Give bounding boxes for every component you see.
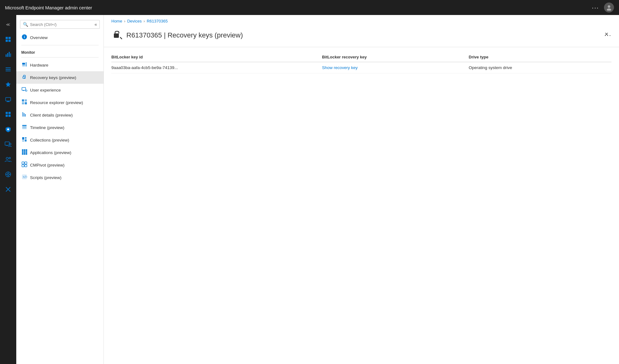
cell-recovery-key: Show recovery key [322,62,469,73]
svg-point-25 [6,157,8,160]
sidebar-item-hardware[interactable]: Hardware [16,59,104,71]
svg-rect-48 [22,102,24,104]
top-bar-more-button[interactable]: ··· [592,4,599,11]
svg-rect-3 [8,37,11,39]
cell-key-id: 9aaa03ba-aafa-4cb5-be9a-74139... [111,62,322,73]
svg-rect-50 [23,112,23,117]
page-title: R61370365 | Recovery keys (preview) [126,31,601,39]
svg-rect-61 [24,149,25,151]
svg-rect-12 [6,71,11,71]
svg-point-1 [607,8,611,11]
breadcrumb-sep-2: › [144,19,145,23]
sidebar-section-monitor: Monitor [16,47,104,56]
sidebar-item-timeline[interactable]: Timeline (preview) [16,121,104,134]
sidebar-item-user-experience[interactable]: User experience [16,84,104,96]
svg-point-26 [9,157,11,159]
recovery-keys-icon [21,74,28,81]
main-layout: ≪ [0,15,619,364]
svg-rect-72 [25,165,27,167]
rail-reports[interactable] [1,47,15,61]
svg-rect-59 [25,139,27,142]
sidebar-item-applications[interactable]: Applications (preview) [16,146,104,159]
svg-rect-75 [114,33,119,38]
cell-drive-type: Operating system drive [469,62,611,73]
sidebar-divider [21,45,99,45]
close-button[interactable]: × [601,29,611,39]
svg-rect-10 [6,67,11,68]
rail-apps[interactable] [1,107,15,121]
table-area: BitLocker key id BitLocker recovery key … [104,47,619,78]
breadcrumb-device-id[interactable]: R61370365 [147,19,168,23]
rail-devices[interactable] [1,92,15,106]
sidebar-item-overview-label: Overview [30,35,48,40]
svg-rect-19 [6,115,8,117]
svg-rect-49 [25,102,27,104]
collections-icon [21,137,28,143]
svg-rect-54 [22,127,27,127]
svg-rect-64 [24,151,25,153]
user-avatar[interactable] [604,2,614,12]
svg-rect-55 [22,128,27,129]
sidebar-item-overview[interactable]: i Overview [16,31,104,44]
sidebar-item-scripts[interactable]: </> Scripts (preview) [16,171,104,184]
svg-rect-7 [7,53,8,57]
sidebar-item-applications-label: Applications (preview) [30,150,71,155]
app-title: Microsoft Endpoint Manager admin center [5,5,92,10]
sidebar-item-collections[interactable]: Collections (preview) [16,134,104,146]
sidebar-item-recovery-keys[interactable]: Recovery keys (preview) [16,71,104,84]
svg-rect-51 [24,113,24,117]
client-details-icon [21,112,28,118]
scripts-icon: </> [21,174,28,181]
svg-rect-17 [6,112,8,114]
sidebar-monitor-divider [21,57,99,57]
sidebar-item-cmpivot[interactable]: CMPivot (preview) [16,159,104,171]
sidebar-item-resource-explorer-label: Resource explorer (preview) [30,100,83,105]
sidebar-item-resource-explorer[interactable]: Resource explorer (preview) [16,96,104,109]
top-bar: Microsoft Endpoint Manager admin center … [0,0,619,15]
svg-rect-68 [26,153,27,155]
svg-text:</>: </> [23,175,27,178]
rail-monitor-user[interactable] [1,137,15,151]
svg-rect-71 [22,165,24,167]
content-area: 🔍 « i Overview Monitor [16,15,619,364]
breadcrumb-devices[interactable]: Devices [127,19,142,23]
rail-favorites[interactable] [1,77,15,91]
sidebar-item-cmpivot-label: CMPivot (preview) [30,163,64,167]
search-box[interactable]: 🔍 « [20,20,100,29]
svg-rect-46 [22,99,24,102]
hardware-icon [21,62,28,68]
sidebar-item-user-experience-label: User experience [30,88,61,92]
svg-rect-52 [25,114,26,117]
svg-rect-60 [22,149,23,151]
breadcrumb: Home › Devices › R61370365 [104,15,619,26]
rail-list[interactable] [1,62,15,76]
svg-rect-6 [6,54,7,57]
cmpivot-icon [21,162,28,168]
collapse-sidebar-button[interactable]: « [94,22,97,27]
rail-groups[interactable] [1,152,15,166]
sidebar-item-client-details[interactable]: Client details (preview) [16,109,104,121]
svg-rect-67 [24,153,25,155]
svg-rect-14 [6,97,11,101]
svg-rect-40 [23,77,25,78]
rail-dashboard[interactable] [1,32,15,46]
svg-rect-20 [8,115,11,117]
sidebar-navigation: i Overview Monitor [16,31,104,364]
sidebar: 🔍 « i Overview Monitor [16,15,104,364]
breadcrumb-home[interactable]: Home [111,19,122,23]
svg-rect-70 [25,162,27,164]
info-icon: i [21,34,28,41]
rail-tenant-admin[interactable] [1,167,15,181]
rail-collapse[interactable]: ≪ [1,17,15,31]
svg-marker-13 [6,82,11,87]
search-icon: 🔍 [23,22,28,27]
timeline-icon [21,124,28,131]
show-recovery-key-button[interactable]: Show recovery key [322,65,358,70]
recovery-keys-table: BitLocker key id BitLocker recovery key … [111,52,611,73]
search-input[interactable] [30,22,91,27]
rail-troubleshoot[interactable] [1,182,15,196]
top-bar-right: ··· [592,2,614,12]
col-bitlocker-key-id: BitLocker key id [111,52,322,62]
rail-security[interactable] [1,122,15,136]
table-row: 9aaa03ba-aafa-4cb5-be9a-74139... Show re… [111,62,611,73]
